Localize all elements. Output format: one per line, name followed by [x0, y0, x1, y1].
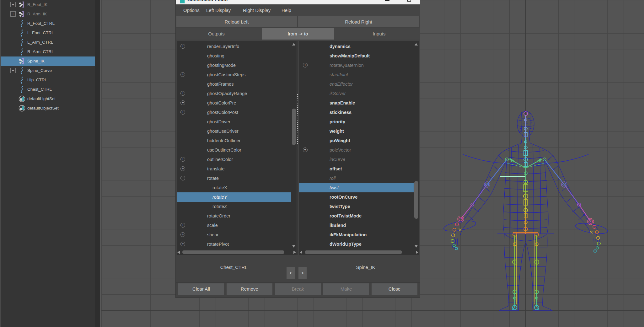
attr-row-snapEnable[interactable]: snapEnable — [299, 98, 414, 108]
attr-row-rootOnCurve[interactable]: rootOnCurve — [299, 192, 414, 202]
menu-options[interactable]: Options — [183, 4, 200, 16]
outliner-item-R_Arm_IK[interactable]: +R_Arm_IK — [1, 9, 95, 19]
attr-row-startJoint[interactable]: startJoint — [299, 70, 414, 79]
minimize-icon[interactable] — [385, 0, 389, 1]
left-list-vscroll-thumb[interactable] — [292, 109, 296, 145]
expand-plus-icon[interactable]: + — [180, 166, 185, 171]
scroll-left-icon[interactable] — [300, 251, 302, 254]
outliner-expand-icon[interactable]: + — [10, 68, 16, 73]
attr-row-rotateQuaternion[interactable]: +rotateQuaternion — [299, 61, 414, 70]
outliner-item-R_Arm_CTRL[interactable]: R_Arm_CTRL — [1, 47, 95, 56]
attr-row-inCurve[interactable]: inCurve — [299, 155, 414, 164]
menu-left-display[interactable]: Left Display — [206, 4, 231, 16]
expand-plus-icon[interactable]: + — [303, 147, 308, 152]
remove-button[interactable]: Remove — [227, 283, 272, 295]
right-list-hscroll-thumb[interactable] — [305, 250, 402, 254]
outliner-item-Hip_CTRL[interactable]: Hip_CTRL — [1, 75, 95, 85]
attr-row-rotateOrder[interactable]: rotateOrder — [177, 211, 291, 221]
attr-row-ghostColorPost[interactable]: +ghostColorPost — [177, 108, 291, 117]
scroll-down-icon[interactable] — [415, 245, 418, 248]
attr-row-hiddenInOutliner[interactable]: hiddenInOutliner — [177, 136, 291, 145]
expand-plus-icon[interactable]: + — [180, 91, 185, 96]
expand-plus-icon[interactable]: + — [180, 44, 185, 49]
outliner-item-R_Foot_IK[interactable]: +R_Foot_IK — [1, 0, 95, 9]
left-list-vertical-scrollbar[interactable] — [291, 42, 297, 249]
scroll-left-icon[interactable] — [177, 251, 180, 254]
expand-plus-icon[interactable]: + — [180, 232, 185, 237]
expand-plus-icon[interactable]: + — [303, 63, 308, 67]
outliner-item-Chest_CTRL[interactable]: Chest_CTRL — [1, 85, 95, 94]
attr-row-scale[interactable]: +scale — [177, 221, 291, 230]
attr-row-translate[interactable]: +translate — [177, 164, 291, 174]
collapse-minus-icon[interactable]: − — [180, 176, 185, 180]
attr-row-ikBlend[interactable]: ikBlend — [299, 221, 414, 230]
attr-row-dWorldUpType[interactable]: dWorldUpType — [299, 239, 414, 249]
attr-row-ghostingMode[interactable]: ghostingMode — [177, 61, 291, 70]
attr-row-ghostDriver[interactable]: ghostDriver — [177, 117, 291, 126]
attr-row-shear[interactable]: +shear — [177, 230, 291, 239]
reload-right-button[interactable]: Reload Right — [298, 16, 419, 27]
attr-row-offset[interactable]: offset — [299, 164, 414, 174]
attr-row-ikFkManipulation[interactable]: ikFkManipulation — [299, 230, 414, 239]
panel-separator[interactable] — [95, 0, 100, 327]
attr-row-rotateZ[interactable]: rotateZ — [177, 202, 291, 211]
attr-row-twist[interactable]: twist — [299, 183, 414, 192]
attr-row-ghostFrames[interactable]: ghostFrames — [177, 79, 291, 89]
outliner-item-defaultLightSet[interactable]: defaultLightSet — [1, 94, 95, 104]
attr-row-useOutlinerColor[interactable]: useOutlinerColor — [177, 145, 291, 155]
dialog-titlebar[interactable]: Connection Editor — [176, 0, 420, 4]
attr-row-ghostColorPre[interactable]: +ghostColorPre — [177, 98, 291, 108]
attr-row-stickiness[interactable]: stickiness — [299, 108, 414, 117]
expand-plus-icon[interactable]: + — [180, 223, 185, 228]
attr-row-poWeight[interactable]: poWeight — [299, 136, 414, 145]
attr-row-rotate[interactable]: −rotate — [177, 174, 291, 183]
scroll-down-icon[interactable] — [292, 245, 295, 248]
attr-row-twistType[interactable]: twistType — [299, 202, 414, 211]
expand-plus-icon[interactable]: + — [180, 242, 185, 246]
right-list-vertical-scrollbar[interactable] — [414, 42, 419, 249]
menu-right-display[interactable]: Right Display — [243, 4, 271, 16]
attr-row-ghostUseDriver[interactable]: ghostUseDriver — [177, 126, 291, 136]
scroll-right-icon[interactable] — [416, 251, 418, 254]
outliner-item-R_Foot_CTRL[interactable]: R_Foot_CTRL — [1, 19, 95, 28]
outliner-item-Spine_Curve[interactable]: +Spine_Curve — [1, 66, 95, 75]
attr-row-renderLayerInfo[interactable]: +renderLayerInfo — [177, 42, 291, 51]
direction-toggle-button[interactable]: from -> to — [262, 28, 334, 40]
attr-row-poleVector[interactable]: +poleVector — [299, 145, 414, 155]
attr-row-ghostCustomSteps[interactable]: +ghostCustomSteps — [177, 70, 291, 79]
attr-row-ghosting[interactable]: ghosting — [177, 51, 291, 61]
maximize-icon[interactable] — [407, 0, 411, 2]
attr-row-showManipDefault[interactable]: showManipDefault — [299, 51, 414, 61]
attr-row-weight[interactable]: weight — [299, 126, 414, 136]
next-node-button[interactable]: > — [298, 267, 307, 279]
attr-row-rotatePivot[interactable]: +rotatePivot — [177, 239, 291, 249]
close-button[interactable]: Close — [372, 283, 417, 295]
expand-plus-icon[interactable]: + — [180, 157, 185, 162]
attr-row-roll[interactable]: roll — [299, 174, 414, 183]
scroll-up-icon[interactable] — [415, 43, 418, 46]
attr-row-ikSolver[interactable]: ikSolver — [299, 89, 414, 98]
expand-plus-icon[interactable]: + — [180, 110, 185, 115]
outliner-item-defaultObjectSet[interactable]: defaultObjectSet — [1, 104, 95, 113]
attr-row-dynamics[interactable]: dynamics — [299, 42, 414, 51]
outliner-item-Spine_IK[interactable]: Spine_IK — [1, 56, 95, 66]
menu-help[interactable]: Help — [282, 4, 291, 16]
expand-plus-icon[interactable]: + — [180, 100, 185, 105]
right-list-horizontal-scrollbar[interactable] — [299, 250, 419, 255]
left-list-horizontal-scrollbar[interactable] — [177, 250, 297, 255]
outliner-item-L_Arm_CTRL[interactable]: L_Arm_CTRL — [1, 38, 95, 47]
outliner-expand-icon[interactable]: + — [10, 2, 16, 7]
attr-row-rotateY[interactable]: rotateY — [177, 192, 291, 202]
previous-node-button[interactable]: < — [287, 267, 295, 279]
list-splitter[interactable] — [298, 41, 298, 255]
outliner-expand-icon[interactable]: + — [10, 11, 16, 17]
clear-all-button[interactable]: Clear All — [178, 283, 224, 295]
outliner-item-L_Foot_CTRL[interactable]: L_Foot_CTRL — [1, 28, 95, 38]
left-list-hscroll-thumb[interactable] — [182, 250, 284, 254]
attr-row-outlinerColor[interactable]: +outlinerColor — [177, 155, 291, 164]
expand-plus-icon[interactable]: + — [180, 72, 185, 77]
attr-row-ghostOpacityRange[interactable]: +ghostOpacityRange — [177, 89, 291, 98]
attr-row-rootTwistMode[interactable]: rootTwistMode — [299, 211, 414, 221]
attr-row-endEffector[interactable]: endEffector — [299, 79, 414, 89]
list-splitter-handle[interactable] — [297, 94, 298, 145]
